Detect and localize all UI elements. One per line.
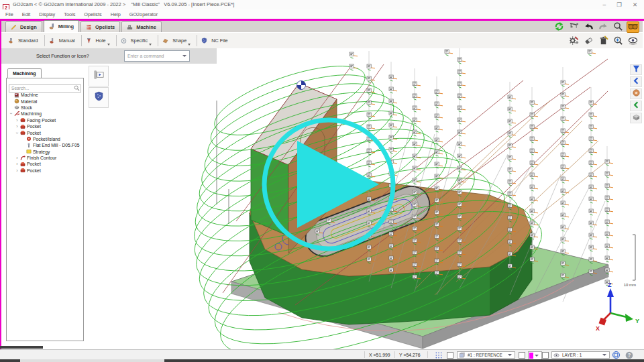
chevron-down-icon[interactable]	[188, 44, 191, 46]
layer-select[interactable]: LAYER : 1	[551, 351, 610, 359]
pocket-icon	[19, 168, 25, 174]
pocket-icon	[19, 161, 25, 167]
menu-item-display[interactable]: Display	[39, 11, 55, 17]
tab-opelists[interactable]: Opelists	[80, 21, 120, 32]
glasses-button[interactable]	[627, 21, 639, 33]
button-shape[interactable]: Shape	[158, 34, 197, 48]
scale-label: 10 mm	[624, 283, 636, 287]
go2cam-window: 2 GO2cam < © GO2cam International 2009 -…	[0, 0, 644, 362]
tree-item-pocket-island[interactable]: Pocket/Island	[7, 136, 83, 142]
minimize-button[interactable]: –	[603, 1, 606, 9]
simulation-button[interactable]	[89, 66, 109, 86]
stock-icon	[13, 105, 19, 111]
machine-tab-icon	[127, 24, 133, 30]
maximize-button[interactable]: ❐	[616, 1, 622, 9]
prev-green-button[interactable]	[630, 101, 642, 111]
stock-button[interactable]	[630, 113, 642, 123]
tool-button[interactable]	[630, 88, 642, 99]
quick-icons-row-2	[568, 36, 639, 47]
close-button[interactable]: ✕	[633, 1, 637, 9]
eye-rotate-button[interactable]	[627, 36, 639, 47]
machining-icon	[13, 111, 19, 117]
redo-icon	[598, 21, 608, 34]
expander-icon[interactable]: ›	[9, 111, 13, 116]
eraser-button[interactable]	[582, 36, 595, 47]
menu-item-help[interactable]: Help	[111, 11, 121, 17]
redo-button[interactable]	[597, 21, 610, 33]
button-manual[interactable]: Manual	[45, 34, 81, 48]
reference-checkbox[interactable]	[447, 352, 453, 359]
menu-item-opelists[interactable]: Opelists	[84, 11, 101, 17]
command-bar: Select Function or Icon? Enter a command	[1, 48, 217, 64]
undo-button[interactable]	[582, 21, 595, 33]
video-timeline-segment	[20, 359, 164, 362]
standard-icon	[8, 38, 14, 44]
grid-toggle-button[interactable]	[434, 351, 443, 359]
menu-bar: FileEditDisplayToolsOpelistsHelpGO2opera…	[0, 9, 644, 19]
menu-item-tools[interactable]: Tools	[64, 11, 75, 17]
color-checkbox[interactable]	[519, 352, 525, 359]
right-toolbar	[630, 64, 642, 123]
menu-item-go2operator[interactable]: GO2operator	[129, 11, 158, 17]
reference-cube-icon	[459, 352, 465, 358]
expander-icon[interactable]: ›	[15, 168, 19, 173]
tree-item-material[interactable]: Material	[7, 98, 83, 104]
prev-blue-icon	[632, 76, 641, 87]
machine-config-button[interactable]	[568, 36, 580, 47]
expander-icon[interactable]: ›	[15, 131, 19, 135]
tree-item-pocket[interactable]: ›Pocket	[7, 123, 83, 129]
tree-item-finish-contour[interactable]: ›Finish Contour	[7, 155, 83, 161]
tab-milling[interactable]: Milling	[44, 20, 79, 32]
chevron-down-icon[interactable]	[149, 44, 152, 46]
expander-icon[interactable]: ›	[15, 124, 19, 129]
search-input[interactable]	[9, 84, 81, 93]
sphere-view-button[interactable]	[611, 351, 621, 359]
menu-item-file[interactable]: File	[5, 11, 13, 17]
machining-panel-body: MachineMaterialStock›Machining›Facing Po…	[6, 78, 84, 341]
tree-item-pocket[interactable]: ›Pocket	[7, 161, 83, 167]
command-combo[interactable]: Enter a command	[124, 50, 190, 62]
sync-button[interactable]	[553, 21, 566, 33]
nc-shield-button[interactable]	[89, 87, 109, 108]
contour-icon	[19, 155, 25, 161]
machine-icon	[13, 92, 19, 98]
expander-icon[interactable]: ›	[15, 118, 19, 123]
button-specific[interactable]: Specific	[117, 34, 158, 48]
layer-checkbox[interactable]	[542, 352, 549, 359]
tree-item-stock[interactable]: Stock	[7, 105, 83, 111]
pocket-icon	[19, 123, 25, 129]
button-standard[interactable]: Standard	[4, 34, 44, 48]
delete-button[interactable]	[597, 36, 610, 47]
menu-item-edit[interactable]: Edit	[22, 11, 31, 17]
tab-machine[interactable]: Machine	[121, 21, 162, 32]
tree-item-pocket[interactable]: ›Pocket	[7, 168, 83, 174]
expander-icon[interactable]: ›	[15, 156, 19, 160]
tree-item-pocket[interactable]: ›Pocket	[7, 129, 83, 135]
tree-item-flat-end-mill-d05-f05[interactable]: Flat End Mill - D05.F05	[7, 142, 83, 148]
machining-panel: Machining MachineMaterialStock›Machining…	[6, 68, 84, 341]
axis-y-label: Y	[635, 318, 639, 324]
tree-item-machine[interactable]: Machine	[7, 92, 83, 98]
tab-machining[interactable]: Machining	[7, 68, 42, 78]
zoom-region-button[interactable]	[612, 36, 625, 47]
button-nc-file[interactable]: NC File	[197, 34, 233, 48]
expander-icon[interactable]: ›	[15, 162, 19, 166]
tab-design[interactable]: Design	[5, 21, 42, 32]
current-color	[529, 353, 533, 359]
app-logo-icon: 2	[3, 1, 9, 8]
zoom-button[interactable]	[612, 21, 625, 33]
glasses-icon	[627, 22, 639, 32]
cursor-x-readout: X =51.999	[369, 353, 390, 357]
filter-button[interactable]	[630, 64, 642, 75]
button-hole[interactable]: Hole	[82, 34, 116, 48]
tree-item-strategy[interactable]: Strategy	[7, 149, 83, 155]
chevron-down-icon[interactable]	[107, 44, 110, 46]
prev-blue-button[interactable]	[630, 76, 642, 87]
chevron-down-icon	[602, 354, 606, 356]
tree-item-machining[interactable]: ›Machining	[7, 111, 83, 117]
tree-item-facing-pocket[interactable]: ›Facing Pocket	[7, 117, 83, 123]
reference-select[interactable]: #1 : REFERENCE	[457, 351, 515, 359]
caliper-button[interactable]	[568, 21, 580, 33]
help-button[interactable]: ?	[625, 351, 634, 359]
pocket-icon	[19, 117, 25, 123]
